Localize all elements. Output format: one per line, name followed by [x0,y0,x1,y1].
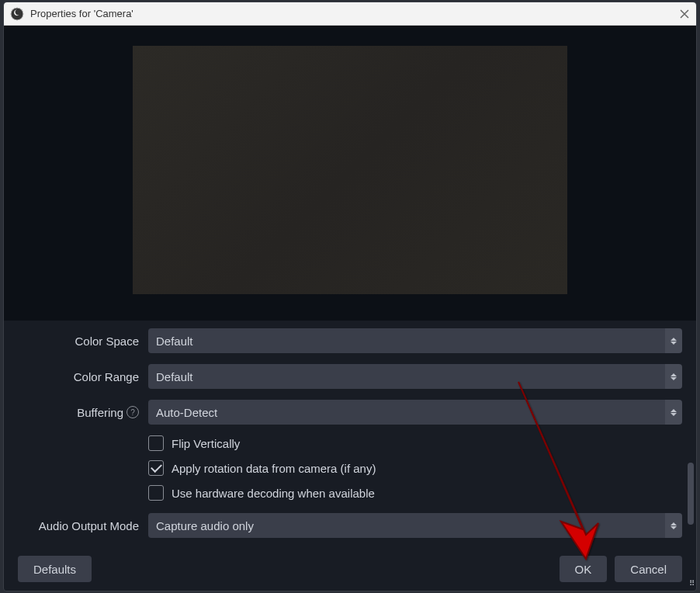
flip-vertically-checkbox[interactable] [148,435,164,451]
color-space-label: Color Space [18,335,148,348]
dialog-footer: Defaults OK Cancel [4,547,696,591]
hardware-decode-checkbox[interactable] [148,485,164,501]
apply-rotation-label: Apply rotation data from camera (if any) [172,462,376,475]
audio-output-mode-label: Audio Output Mode [18,519,148,532]
color-range-select[interactable]: Default [148,364,665,389]
flip-vertically-label: Flip Vertically [172,437,240,450]
color-range-stepper[interactable] [665,364,682,389]
close-icon[interactable] [679,9,690,19]
cancel-button[interactable]: Cancel [615,556,682,582]
camera-preview [133,46,567,294]
help-icon[interactable]: ? [126,406,139,418]
properties-dialog: Properties for 'Camera' Color Space Defa… [3,2,697,591]
buffering-label: Buffering [77,406,123,419]
audio-output-mode-stepper[interactable] [665,513,682,538]
defaults-button[interactable]: Defaults [18,556,92,582]
buffering-stepper[interactable] [665,400,682,425]
resize-grip-icon[interactable]: ⠿ [685,581,695,591]
buffering-select[interactable]: Auto-Detect [148,400,665,425]
titlebar: Properties for 'Camera' [4,2,696,26]
window-title: Properties for 'Camera' [30,8,133,19]
color-space-select[interactable]: Default [148,328,665,353]
obs-icon [10,7,24,21]
preview-area [4,26,696,321]
properties-form: Color Space Default Color Range Default … [4,321,696,547]
color-range-label: Color Range [18,370,148,383]
color-space-stepper[interactable] [665,328,682,353]
audio-output-mode-select[interactable]: Capture audio only [148,513,665,538]
apply-rotation-checkbox[interactable] [148,460,164,476]
hardware-decode-label: Use hardware decoding when available [172,487,375,500]
form-scrollbar[interactable] [688,463,694,525]
ok-button[interactable]: OK [560,556,608,582]
